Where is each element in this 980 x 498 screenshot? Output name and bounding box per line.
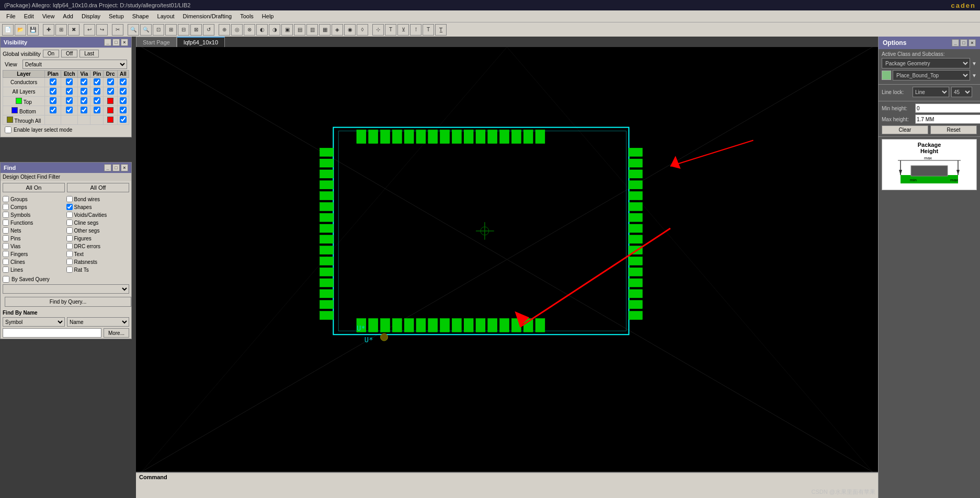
global-vis-off[interactable]: Off	[61, 50, 77, 57]
toolbar-text[interactable]: T	[385, 24, 396, 36]
find-close[interactable]: ×	[121, 164, 128, 171]
find-comps-cb[interactable]	[3, 204, 9, 210]
global-vis-on[interactable]: On	[43, 50, 59, 57]
subclass-color-box[interactable]	[882, 71, 891, 80]
symbol-dropdown[interactable]: Symbol	[3, 317, 65, 327]
clear-btn[interactable]: Clear	[882, 125, 928, 134]
toolbar-item14[interactable]: ⊹	[372, 24, 384, 36]
toolbar-item10[interactable]: ▦	[319, 24, 331, 36]
layer-select-checkbox[interactable]	[5, 126, 12, 133]
options-restore[interactable]: □	[960, 39, 967, 47]
find-symbols-cb[interactable]	[3, 212, 9, 218]
toolbar-zoom-out[interactable]: 🔍	[140, 24, 152, 36]
toolbar-save[interactable]: 💾	[27, 24, 39, 36]
find-shapes-cb[interactable]	[66, 204, 73, 210]
toolbar-item18[interactable]: T̲	[435, 24, 447, 36]
find-nets-cb[interactable]	[3, 227, 9, 234]
toolbar-zoom-fit[interactable]: ⊡	[153, 24, 164, 36]
menu-tools[interactable]: Tools	[236, 12, 258, 20]
toolbar-item15[interactable]: ⊻	[397, 24, 409, 36]
find-restore[interactable]: □	[112, 164, 120, 171]
toolbar-zoom-in[interactable]: 🔍	[128, 24, 139, 36]
menu-layout[interactable]: Layout	[153, 12, 179, 20]
subclass-dropdown-arrow[interactable]: ▼	[972, 73, 977, 78]
global-vis-last[interactable]: Last	[79, 50, 99, 57]
toolbar-delete[interactable]: ✖	[68, 24, 79, 36]
menu-file[interactable]: File	[2, 12, 20, 20]
all-off-btn[interactable]: All Off	[67, 183, 129, 192]
find-other-segs-cb[interactable]	[66, 227, 73, 234]
saved-query-cb[interactable]	[3, 276, 9, 283]
menu-view[interactable]: View	[38, 12, 59, 20]
find-minimize[interactable]: _	[104, 164, 111, 171]
view-dropdown[interactable]: Default	[22, 60, 127, 69]
toolbar-item16[interactable]: ⊺	[410, 24, 421, 36]
find-vias-cb[interactable]	[3, 243, 9, 249]
toolbar-open[interactable]: 📂	[15, 24, 26, 36]
class-dropdown-arrow[interactable]: ▼	[972, 61, 977, 66]
menu-edit[interactable]: Edit	[20, 12, 38, 20]
class-dropdown[interactable]: Package Geometry	[882, 58, 970, 68]
find-ratsnests-cb[interactable]	[66, 259, 73, 265]
toolbar-item12[interactable]: ◉	[344, 24, 356, 36]
toolbar-zoom-area[interactable]: ⊞	[165, 24, 177, 36]
toolbar-item13[interactable]: ◊	[357, 24, 368, 36]
find-figures-cb[interactable]	[66, 235, 73, 241]
find-lines-cb[interactable]	[3, 267, 9, 273]
visibility-minimize[interactable]: _	[104, 39, 111, 46]
find-groups-cb[interactable]	[3, 196, 9, 202]
all-on-btn[interactable]: All On	[3, 183, 65, 192]
find-pins-cb[interactable]	[3, 235, 9, 241]
toolbar-zoom-refresh[interactable]: ↺	[203, 24, 214, 36]
find-text-cb[interactable]	[66, 251, 73, 257]
layer-bottom-color[interactable]	[12, 107, 18, 113]
toolbar-item3[interactable]: ◎	[231, 24, 243, 36]
toolbar-undo[interactable]: ↩	[84, 24, 95, 36]
find-clines-cb[interactable]	[3, 259, 9, 265]
toolbar-zoom-next[interactable]: ⊠	[190, 24, 202, 36]
find-rat-ts-cb[interactable]	[66, 267, 73, 273]
toolbar-item17[interactable]: T	[423, 24, 434, 36]
min-height-input[interactable]	[915, 103, 980, 113]
visibility-close[interactable]: ×	[121, 39, 128, 46]
find-by-query-btn[interactable]: Find by Query...	[5, 297, 131, 307]
toolbar-new[interactable]: 📄	[2, 24, 14, 36]
toolbar-zoom-prev[interactable]: ⊟	[178, 24, 189, 36]
menu-shape[interactable]: Shape	[128, 12, 153, 20]
options-minimize[interactable]: _	[952, 39, 959, 47]
toolbar-snap[interactable]: ⊕	[219, 24, 230, 36]
menu-help[interactable]: Help	[258, 12, 278, 20]
tab-lqfp[interactable]: lqfp64_10x10	[177, 37, 225, 47]
toolbar-item7[interactable]: ▣	[281, 24, 293, 36]
toolbar-item8[interactable]: ▤	[294, 24, 305, 36]
saved-query-dropdown[interactable]	[3, 284, 129, 294]
toolbar-item4[interactable]: ⊗	[244, 24, 255, 36]
line-lock-angle-dropdown[interactable]: 45	[951, 87, 972, 97]
find-drc-cb[interactable]	[66, 243, 73, 249]
find-bond-wires-cb[interactable]	[66, 196, 73, 202]
toolbar-item11[interactable]: ◈	[332, 24, 343, 36]
layer-through-color[interactable]	[7, 117, 13, 123]
menu-dimension[interactable]: Dimension/Drafting	[179, 12, 236, 20]
name-dropdown[interactable]: Name	[67, 317, 129, 327]
toolbar-item6[interactable]: ◑	[269, 24, 280, 36]
find-voids-cb[interactable]	[66, 212, 73, 218]
toolbar-item2[interactable]: ⊞	[55, 24, 67, 36]
options-close[interactable]: ×	[968, 39, 976, 47]
toolbar-cross[interactable]: ✚	[43, 24, 54, 36]
more-btn[interactable]: More...	[104, 328, 129, 338]
line-lock-dropdown[interactable]: Line	[913, 87, 949, 97]
find-fingers-cb[interactable]	[3, 251, 9, 257]
menu-display[interactable]: Display	[77, 12, 105, 20]
reset-btn[interactable]: Reset	[930, 125, 977, 134]
find-functions-cb[interactable]	[3, 219, 9, 226]
tab-start-page[interactable]: Start Page	[136, 37, 177, 47]
layer-top-color[interactable]	[16, 98, 22, 104]
menu-setup[interactable]: Setup	[105, 12, 128, 20]
toolbar-item9[interactable]: ▥	[306, 24, 318, 36]
visibility-restore[interactable]: □	[112, 39, 120, 46]
toolbar-scissors[interactable]: ✂	[112, 24, 123, 36]
subclass-dropdown[interactable]: Place_Bound_Top	[893, 70, 970, 80]
menu-add[interactable]: Add	[59, 12, 77, 20]
toolbar-redo[interactable]: ↪	[96, 24, 108, 36]
